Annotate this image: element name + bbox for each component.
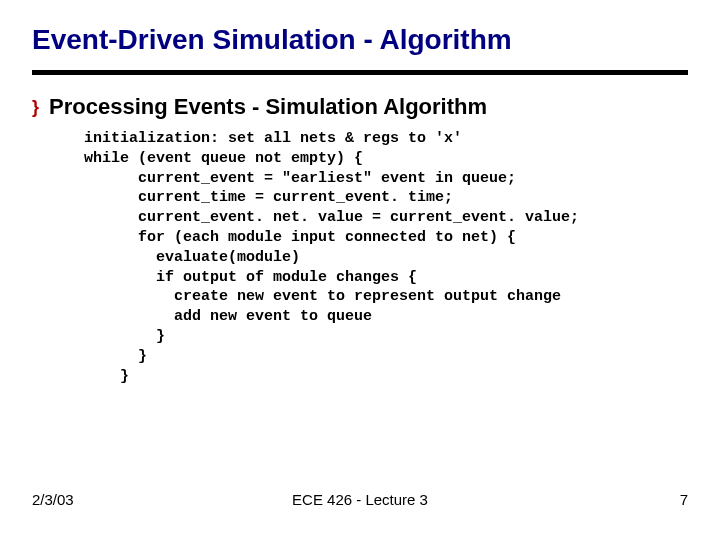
footer-date: 2/3/03 (32, 491, 74, 508)
footer-page-number: 7 (680, 491, 688, 508)
footer-center: ECE 426 - Lecture 3 (292, 491, 428, 508)
section-title: Processing Events - Simulation Algorithm (49, 95, 487, 119)
bullet-icon: } (32, 95, 39, 119)
algorithm-code: initialization: set all nets & regs to '… (84, 129, 688, 386)
slide: Event-Driven Simulation - Algorithm } Pr… (0, 0, 720, 540)
title-divider (32, 70, 688, 75)
page-title: Event-Driven Simulation - Algorithm (32, 24, 688, 56)
section-row: } Processing Events - Simulation Algorit… (32, 95, 688, 119)
footer: 2/3/03 ECE 426 - Lecture 3 7 (0, 491, 720, 508)
